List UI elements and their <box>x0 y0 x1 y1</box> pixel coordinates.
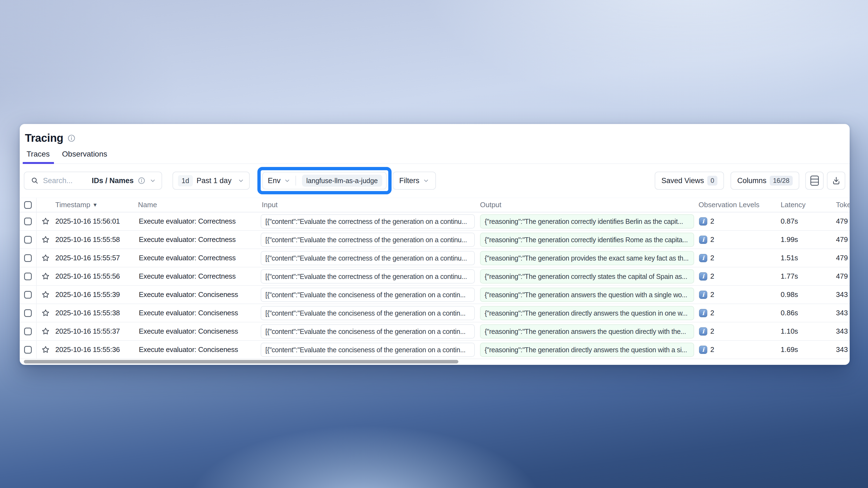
row-input-cell: [{"content":"Evaluate the correctness of… <box>259 269 478 284</box>
row-output-preview[interactable]: {"reasoning":"The generation directly an… <box>480 343 694 357</box>
column-header-latency[interactable]: Latency <box>777 201 832 209</box>
row-timestamp: 2025-10-16 15:55:36 <box>54 346 138 354</box>
env-highlight: Env langfuse-llm-as-a-judge <box>257 167 392 194</box>
tab-traces[interactable]: Traces <box>23 150 54 163</box>
row-output-preview[interactable]: {"reasoning":"The generation correctly i… <box>480 214 694 229</box>
info-level-icon: i <box>699 346 707 354</box>
row-checkbox[interactable] <box>24 218 32 225</box>
filters-button[interactable]: Filters <box>393 172 436 190</box>
column-header-tokens[interactable]: Tokens <box>832 201 850 209</box>
row-checkbox-cell <box>20 341 37 359</box>
star-icon[interactable] <box>41 254 50 262</box>
info-level-icon: i <box>699 254 707 262</box>
row-input-preview[interactable]: [{"content":"Evaluate the correctness of… <box>261 214 475 229</box>
row-latency: 1.99s <box>777 235 832 244</box>
columns-count: 16/28 <box>770 176 793 186</box>
row-observation-levels: i 2 <box>694 235 777 244</box>
row-latency: 1.77s <box>777 272 832 281</box>
row-observation-levels: i 2 <box>694 327 777 335</box>
traces-table: Timestamp ▼ Name Input Output Observatio… <box>20 198 850 359</box>
row-checkbox[interactable] <box>24 236 32 243</box>
saved-views-button[interactable]: Saved Views 0 <box>655 172 724 190</box>
row-observation-levels: i 2 <box>694 272 777 281</box>
table-row[interactable]: 2025-10-16 15:55:37 Execute evaluator: C… <box>20 322 850 341</box>
row-output-preview[interactable]: {"reasoning":"The generation directly an… <box>480 306 694 320</box>
column-header-output[interactable]: Output <box>478 201 694 209</box>
row-name: Execute evaluator: Conciseness <box>138 290 259 299</box>
search-box[interactable]: IDs / Names <box>24 172 162 190</box>
tab-observations[interactable]: Observations <box>58 150 112 163</box>
row-tokens: 479 → <box>832 254 850 262</box>
info-level-icon: i <box>699 236 707 244</box>
table-row[interactable]: 2025-10-16 15:55:56 Execute evaluator: C… <box>20 267 850 286</box>
search-scope-label[interactable]: IDs / Names <box>92 176 134 185</box>
row-checkbox[interactable] <box>24 272 32 280</box>
time-range-button[interactable]: 1d Past 1 day <box>173 172 250 190</box>
row-timestamp: 2025-10-16 15:55:39 <box>54 290 138 299</box>
column-header-observation-levels[interactable]: Observation Levels <box>694 201 777 209</box>
observation-count: 2 <box>710 254 714 262</box>
star-icon[interactable] <box>41 346 50 354</box>
row-name: Execute evaluator: Conciseness <box>138 346 259 354</box>
horizontal-scrollbar-thumb[interactable] <box>24 360 458 363</box>
row-input-preview[interactable]: [{"content":"Evaluate the conciseness of… <box>261 343 475 357</box>
row-output-cell: {"reasoning":"The generation answers the… <box>478 324 694 338</box>
row-timestamp: 2025-10-16 15:55:38 <box>54 309 138 317</box>
row-checkbox[interactable] <box>24 309 32 317</box>
row-output-preview[interactable]: {"reasoning":"The generation correctly i… <box>480 233 694 247</box>
star-icon[interactable] <box>41 290 50 299</box>
row-checkbox[interactable] <box>24 254 32 262</box>
row-input-preview[interactable]: [{"content":"Evaluate the correctness of… <box>261 233 475 247</box>
row-timestamp: 2025-10-16 15:55:56 <box>54 272 138 281</box>
row-output-preview[interactable]: {"reasoning":"The generation answers the… <box>480 288 694 302</box>
row-output-preview[interactable]: {"reasoning":"The generation answers the… <box>480 324 694 338</box>
table-row[interactable]: 2025-10-16 15:55:39 Execute evaluator: C… <box>20 286 850 304</box>
export-button[interactable] <box>827 172 845 190</box>
info-icon[interactable] <box>68 134 75 142</box>
row-timestamp: 2025-10-16 15:55:37 <box>54 327 138 335</box>
row-input-preview[interactable]: [{"content":"Evaluate the conciseness of… <box>261 288 475 302</box>
row-output-preview[interactable]: {"reasoning":"The generation correctly s… <box>480 269 694 284</box>
info-level-icon: i <box>699 309 707 317</box>
table-row[interactable]: 2025-10-16 15:55:57 Execute evaluator: C… <box>20 249 850 267</box>
row-input-preview[interactable]: [{"content":"Evaluate the conciseness of… <box>261 324 475 338</box>
table-row[interactable]: 2025-10-16 15:55:36 Execute evaluator: C… <box>20 341 850 359</box>
env-filter-button[interactable]: Env langfuse-llm-as-a-judge <box>262 172 386 189</box>
search-input[interactable] <box>43 176 87 185</box>
star-icon[interactable] <box>41 217 50 226</box>
row-input-preview[interactable]: [{"content":"Evaluate the correctness of… <box>261 269 475 284</box>
row-input-preview[interactable]: [{"content":"Evaluate the conciseness of… <box>261 306 475 320</box>
star-icon[interactable] <box>41 327 50 335</box>
chevron-down-icon[interactable] <box>150 177 156 184</box>
scope-info-icon[interactable] <box>138 177 145 184</box>
star-icon[interactable] <box>41 272 50 281</box>
row-checkbox[interactable] <box>24 328 32 335</box>
select-all-checkbox[interactable] <box>24 201 32 209</box>
row-star-cell <box>37 327 54 335</box>
column-header-input[interactable]: Input <box>259 201 478 209</box>
observation-count: 2 <box>710 346 714 354</box>
column-header-timestamp[interactable]: Timestamp ▼ <box>54 201 138 209</box>
columns-button[interactable]: Columns 16/28 <box>731 172 799 190</box>
desktop-background: { "colors": { "tab_accent": "#4f46e5", "… <box>0 0 868 488</box>
row-star-cell <box>37 235 54 244</box>
table-row[interactable]: 2025-10-16 15:55:58 Execute evaluator: C… <box>20 231 850 249</box>
env-value-tag[interactable]: langfuse-llm-as-a-judge <box>302 174 382 187</box>
row-checkbox[interactable] <box>24 291 32 299</box>
table-row[interactable]: 2025-10-16 15:55:38 Execute evaluator: C… <box>20 304 850 322</box>
row-output-preview[interactable]: {"reasoning":"The generation provides th… <box>480 251 694 265</box>
row-input-cell: [{"content":"Evaluate the conciseness of… <box>259 306 478 320</box>
column-header-name[interactable]: Name <box>138 201 259 209</box>
row-timestamp: 2025-10-16 15:56:01 <box>54 217 138 226</box>
table-header-row: Timestamp ▼ Name Input Output Observatio… <box>20 198 850 213</box>
env-label: Env <box>268 176 281 185</box>
row-checkbox[interactable] <box>24 346 32 354</box>
star-icon[interactable] <box>41 309 50 317</box>
row-star-cell <box>37 272 54 281</box>
star-icon[interactable] <box>41 235 50 244</box>
row-height-button[interactable] <box>805 172 824 190</box>
page-header: Tracing <box>20 124 850 144</box>
table-row[interactable]: 2025-10-16 15:56:01 Execute evaluator: C… <box>20 213 850 231</box>
row-output-cell: {"reasoning":"The generation answers the… <box>478 288 694 302</box>
row-input-preview[interactable]: [{"content":"Evaluate the correctness of… <box>261 251 475 265</box>
